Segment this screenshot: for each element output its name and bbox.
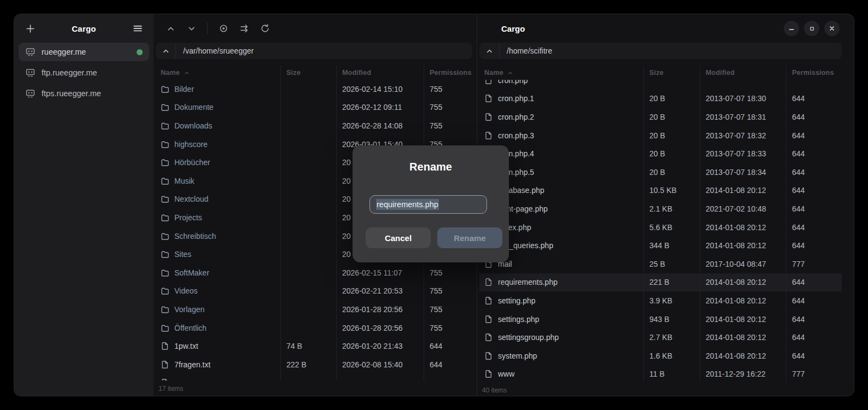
folder-icon <box>161 85 169 93</box>
refresh-icon[interactable] <box>257 20 273 37</box>
file-icon <box>161 360 169 369</box>
file-name: Hörbücher <box>174 158 210 167</box>
file-size: 221 B <box>643 273 700 292</box>
close-button[interactable] <box>824 21 840 36</box>
sidebar-server-item[interactable]: ftps.rueegger.me <box>19 84 149 103</box>
table-row[interactable]: front-page.php 2.1 KB 2021-07-02 10:48 6… <box>479 200 842 218</box>
file-modified: 2017-10-04 08:47 <box>700 255 786 273</box>
rename-input[interactable]: requirements.php <box>370 195 487 214</box>
maximize-button[interactable] <box>804 21 819 36</box>
table-row[interactable]: settings.php 943 B 2014-01-08 20:12 644 <box>479 310 842 329</box>
column-header-modified[interactable]: Modified <box>700 66 786 80</box>
file-permissions: 644 <box>786 218 842 237</box>
file-modified <box>700 80 786 90</box>
file-modified: 2026-02-12 09:11 <box>336 98 424 117</box>
table-row[interactable]: database.php 10.5 KB 2014-01-08 20:12 64… <box>479 181 842 200</box>
table-row[interactable]: Downloads 2026-02-28 14:08 755 <box>156 116 472 135</box>
column-header-permissions[interactable]: Permissions <box>424 66 472 80</box>
chevron-up-icon[interactable] <box>162 20 179 37</box>
file-permissions: 644 <box>786 347 842 365</box>
minimize-button[interactable] <box>784 21 799 36</box>
file-name: cron.php.3 <box>498 131 534 140</box>
column-header-name[interactable]: Name <box>156 66 280 80</box>
file-name: www <box>498 370 514 378</box>
column-header-modified[interactable]: Modified <box>336 66 424 80</box>
file-size: 20 B <box>643 144 700 163</box>
sidebar: Cargo rueegger.me ftp.rueegger. <box>14 14 154 396</box>
eye-icon[interactable] <box>215 20 232 37</box>
sidebar-server-item[interactable]: rueegger.me <box>19 43 149 61</box>
file-size: 344 B <box>643 236 700 255</box>
menu-icon[interactable] <box>130 20 146 37</box>
file-permissions: 644 <box>786 90 842 108</box>
add-server-button[interactable] <box>22 20 38 37</box>
column-header-size[interactable]: Size <box>643 66 700 80</box>
path-input[interactable]: /home/scifitre <box>500 46 552 55</box>
file-modified: 2021-07-02 10:48 <box>700 200 786 218</box>
table-row[interactable]: 1pw.txt 74 B 2026-01-20 21:43 644 <box>156 337 472 355</box>
table-row[interactable]: www 11 B 2011-12-29 16:22 777 <box>479 365 842 383</box>
table-row[interactable]: Dokumente 2026-02-12 09:11 755 <box>156 98 472 117</box>
file-modified: 2014-01-08 20:12 <box>700 236 786 255</box>
chevron-down-icon[interactable] <box>183 20 200 37</box>
file-permissions: 644 <box>786 144 842 163</box>
file-icon <box>484 370 493 378</box>
file-name: SoftMaker <box>174 268 209 277</box>
table-row[interactable]: requirements.php 221 B 2014-01-08 20:12 … <box>479 273 842 292</box>
table-row[interactable]: settingsgroup.php 2.7 KB 2014-01-08 20:1… <box>479 328 842 347</box>
file-icon <box>484 352 493 360</box>
file-name: Vorlagen <box>174 305 204 314</box>
table-row[interactable]: mail 25 B 2017-10-04 08:47 777 <box>479 255 842 273</box>
folder-icon <box>161 324 169 332</box>
column-header-permissions[interactable]: Permissions <box>786 66 842 80</box>
file-name: Dokumente <box>174 103 214 112</box>
table-row[interactable]: run_queries.php 344 B 2014-01-08 20:12 6… <box>479 236 842 255</box>
file-modified: 2014-01-08 20:12 <box>700 328 786 347</box>
file-size: 74 B <box>280 337 336 355</box>
table-row[interactable] <box>156 374 472 381</box>
file-permissions: 644 <box>786 291 842 310</box>
table-row[interactable]: cron.php.3 20 B 2013-07-07 18:32 644 <box>479 126 842 145</box>
table-row[interactable]: index.php 5.6 KB 2014-01-08 20:12 644 <box>479 218 842 237</box>
sidebar-server-item[interactable]: ftp.rueegger.me <box>19 63 149 82</box>
window-title: Cargo <box>479 24 525 33</box>
table-row[interactable]: Öffentlich 2026-01-28 20:56 755 <box>156 319 472 337</box>
table-row[interactable]: cron.php.2 20 B 2013-07-07 18:31 644 <box>479 108 842 126</box>
item-count: 17 items <box>159 385 183 393</box>
file-size: 5.6 KB <box>643 218 700 237</box>
path-up-button[interactable] <box>479 43 500 59</box>
file-modified: 2026-02-21 20:53 <box>336 282 424 301</box>
file-name: Nextcloud <box>174 195 208 203</box>
table-row[interactable]: setting.php 3.9 KB 2014-01-08 20:12 644 <box>479 291 842 310</box>
transfer-icon[interactable] <box>236 20 253 37</box>
file-size <box>280 135 336 154</box>
table-row[interactable]: cron.php.5 20 B 2013-07-07 18:34 644 <box>479 163 842 181</box>
table-row[interactable]: SoftMaker 2026-02-15 11:07 755 <box>156 263 472 282</box>
file-modified: 2014-01-08 20:12 <box>700 310 786 329</box>
column-header-size[interactable]: Size <box>280 66 336 80</box>
file-name: Schreibtisch <box>174 232 216 241</box>
file-modified: 2014-01-08 20:12 <box>700 181 786 200</box>
table-row[interactable]: system.php 1.6 KB 2014-01-08 20:12 644 <box>479 347 842 365</box>
file-icon <box>484 315 493 324</box>
table-row[interactable]: Bilder 2026-02-14 15:10 755 <box>156 80 472 98</box>
table-row[interactable]: Vorlagen 2026-01-28 20:56 755 <box>156 300 472 319</box>
table-row[interactable]: 7fragen.txt 222 B 2026-02-08 15:40 644 <box>156 355 472 374</box>
cancel-button[interactable]: Cancel <box>366 227 431 248</box>
file-permissions <box>424 374 472 381</box>
rename-button[interactable]: Rename <box>437 227 502 248</box>
file-name: 1pw.txt <box>174 342 198 350</box>
folder-icon <box>161 103 169 112</box>
column-header-name[interactable]: Name <box>479 66 643 80</box>
path-input[interactable]: /var/home/srueegger <box>176 46 254 55</box>
table-row[interactable]: Videos 2026-02-21 20:53 755 <box>156 282 472 301</box>
toolbar-divider <box>207 22 208 34</box>
table-row[interactable]: cron.php <box>479 80 842 90</box>
table-row[interactable]: cron.php.4 20 B 2013-07-07 18:33 644 <box>479 144 842 163</box>
table-row[interactable]: cron.php.1 20 B 2013-07-07 18:30 644 <box>479 90 842 108</box>
table-header: Name Size Modified Permissions <box>156 66 472 80</box>
file-name: cron.php <box>498 80 527 85</box>
path-up-button[interactable] <box>156 43 176 59</box>
path-bar: /var/home/srueegger <box>156 43 472 59</box>
file-size <box>280 282 336 301</box>
